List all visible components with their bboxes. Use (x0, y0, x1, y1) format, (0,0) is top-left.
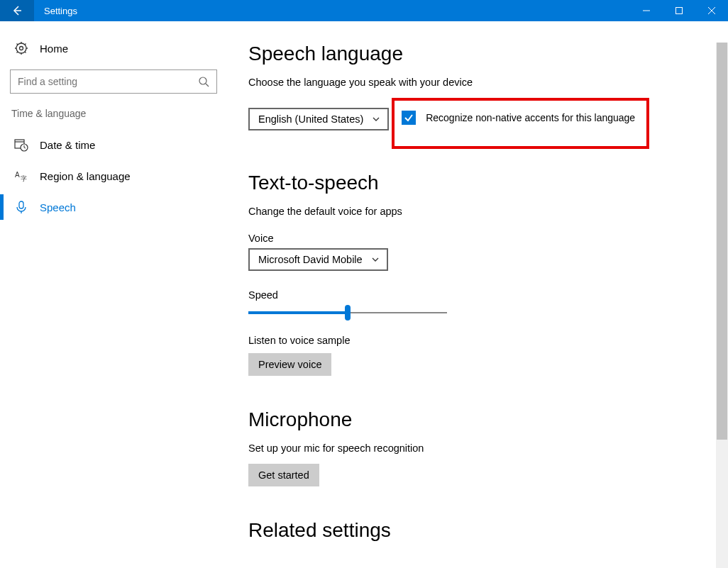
svg-line-10 (17, 52, 18, 53)
speech-language-selected: English (United States) (258, 113, 363, 125)
svg-line-8 (25, 52, 26, 53)
maximize-icon (675, 7, 683, 14)
svg-text:A: A (15, 171, 20, 179)
close-button[interactable] (695, 0, 728, 21)
heading-microphone: Microphone (248, 408, 700, 431)
search-icon (198, 76, 209, 87)
sidebar-item-label: Region & language (40, 170, 131, 182)
speech-language-desc: Choose the language you speak with your … (248, 77, 700, 88)
accent-checkbox[interactable] (402, 111, 416, 125)
svg-line-12 (206, 84, 209, 87)
svg-point-1 (16, 43, 26, 53)
chevron-down-icon (372, 115, 380, 123)
scrollbar-thumb[interactable] (717, 43, 727, 440)
maximize-button[interactable] (663, 0, 695, 21)
sidebar-item-region-language[interactable]: A字 Region & language (10, 160, 217, 191)
minimize-icon (643, 7, 650, 14)
get-started-button[interactable]: Get started (248, 464, 319, 486)
slider-fill (248, 311, 348, 314)
close-icon (708, 7, 715, 14)
back-button[interactable] (0, 0, 34, 21)
tts-desc: Change the default voice for apps (248, 206, 700, 217)
svg-text:字: 字 (21, 175, 27, 182)
heading-speech-language: Speech language (248, 43, 700, 65)
microphone-desc: Set up your mic for speech recognition (248, 442, 700, 454)
svg-line-9 (25, 44, 26, 45)
scrollbar[interactable] (716, 43, 728, 568)
accent-checkbox-label: Recognize non-native accents for this la… (426, 112, 635, 123)
speed-slider[interactable] (248, 305, 447, 322)
svg-point-11 (199, 77, 206, 84)
window-title: Settings (44, 6, 77, 16)
sidebar-item-speech[interactable]: Speech (10, 191, 217, 223)
accent-checkbox-row[interactable]: Recognize non-native accents for this la… (402, 111, 635, 125)
svg-line-7 (17, 44, 18, 45)
home-link[interactable]: Home (10, 35, 217, 61)
svg-rect-0 (676, 8, 683, 14)
language-icon: A字 (14, 169, 28, 183)
svg-point-2 (20, 47, 23, 50)
voice-label: Voice (248, 233, 700, 244)
sample-label: Listen to voice sample (248, 335, 700, 346)
checkmark-icon (404, 113, 414, 123)
search-input[interactable] (18, 76, 198, 87)
home-gear-icon (14, 41, 28, 55)
main-content: Speech language Choose the language you … (227, 21, 728, 568)
chevron-down-icon (371, 255, 380, 264)
minimize-button[interactable] (630, 0, 663, 21)
heading-related-settings: Related settings (248, 519, 700, 542)
svg-rect-20 (19, 201, 23, 208)
sidebar: Home Time & language Date & time A字 Regi… (0, 21, 227, 568)
speed-label: Speed (248, 289, 700, 301)
sidebar-item-label: Speech (40, 201, 76, 213)
sidebar-item-label: Date & time (40, 139, 95, 151)
calendar-clock-icon (14, 138, 28, 152)
search-box[interactable] (10, 69, 217, 94)
voice-selected: Microsoft David Mobile (258, 254, 363, 265)
preview-voice-button[interactable]: Preview voice (248, 353, 331, 376)
back-arrow-icon (11, 5, 23, 16)
category-label: Time & language (10, 108, 217, 119)
slider-thumb[interactable] (345, 305, 351, 321)
home-label: Home (40, 43, 68, 55)
speech-language-dropdown[interactable]: English (United States) (248, 108, 389, 130)
titlebar: Settings (0, 0, 728, 21)
highlight-annotation: Recognize non-native accents for this la… (392, 98, 649, 149)
voice-dropdown[interactable]: Microsoft David Mobile (248, 248, 388, 271)
heading-tts: Text-to-speech (248, 172, 700, 194)
window-controls (630, 0, 728, 21)
microphone-icon (14, 200, 28, 214)
sidebar-item-date-time[interactable]: Date & time (10, 129, 217, 160)
